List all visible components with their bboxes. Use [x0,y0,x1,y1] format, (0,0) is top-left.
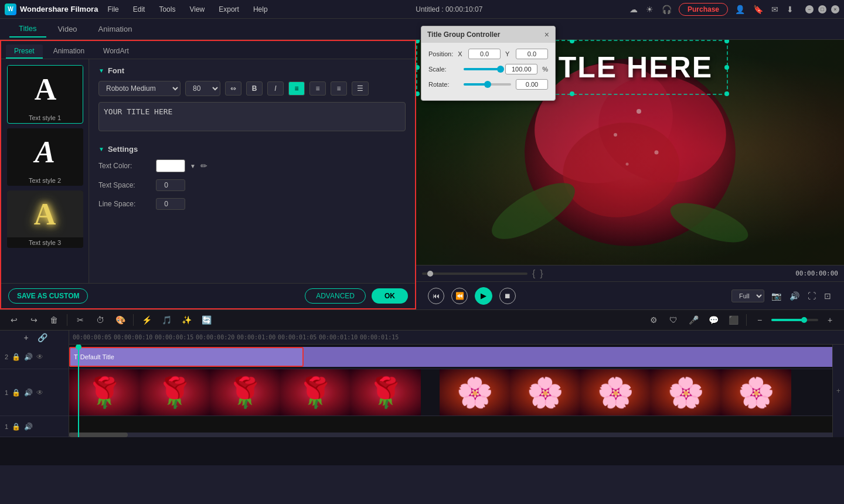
menu-export[interactable]: Export [216,4,241,15]
tgc-rotate-thumb[interactable] [484,81,491,88]
line-space-input[interactable] [156,198,185,210]
tgc-scale-slider[interactable] [464,68,501,70]
text-spacing-btn[interactable]: ⇔ [225,81,241,96]
scrollbar-thumb[interactable] [69,433,128,437]
align-right-btn[interactable]: ≡ [331,81,347,96]
tgc-close-button[interactable]: × [544,30,549,39]
audio-track-mute[interactable]: 🔊 [24,423,33,431]
menu-tools[interactable]: Tools [156,4,178,15]
delete-button[interactable]: 🗑 [46,312,62,328]
volume-btn[interactable]: 🔊 [788,290,801,302]
tgc-title: Title Group Controller [427,30,500,39]
video-track1-eye[interactable]: 👁 [36,389,43,397]
audio-track-lock[interactable]: 🔒 [12,423,21,431]
menu-edit[interactable]: Edit [131,4,148,15]
track-link-button[interactable]: 🔗 [37,332,49,343]
fullscreen-btn[interactable]: ⛶ [806,290,817,302]
bookmark-icon[interactable]: 🔖 [752,4,764,15]
add-track-button[interactable]: + [21,332,32,343]
tgc-scale-input[interactable] [505,64,537,74]
speed-button[interactable]: ⏱ [92,312,108,328]
tab-titles[interactable]: Titles [9,21,46,38]
font-size-select[interactable]: 80 [185,81,220,96]
redo-button[interactable]: ↪ [26,312,42,328]
audio-button[interactable]: 🎵 [158,312,175,328]
text-space-input[interactable] [156,179,185,191]
insert-button[interactable]: ⬛ [725,312,741,328]
title-track-mute[interactable]: 🔊 [24,353,33,361]
text-color-swatch[interactable] [156,159,185,172]
ruler-mark-4: 00:00:01:00 [234,334,275,340]
tgc-rotate-input[interactable] [516,79,548,90]
preview-progress-bar[interactable] [422,273,528,275]
align-left-btn[interactable]: ≡ [288,81,305,96]
font-family-select[interactable]: Roboto Medium [98,81,181,96]
panel-tab-wordart[interactable]: WordArt [95,45,137,59]
italic-btn[interactable]: I [267,81,284,96]
tgc-scale-thumb[interactable] [497,66,504,73]
skip-back-button[interactable]: ⏮ [428,288,444,304]
screenshot-btn[interactable]: 📷 [770,290,782,302]
quality-select[interactable]: Full 1/2 1/4 [731,290,764,302]
user-icon[interactable]: 👤 [734,4,746,15]
tab-animation[interactable]: Animation [89,21,142,37]
style-item-3[interactable]: A Text style 3 [7,190,83,248]
play-button[interactable]: ▶ [475,287,492,305]
sun-icon[interactable]: ☀ [645,4,655,15]
save-custom-button[interactable]: SAVE AS CUSTOM [8,288,88,304]
tgc-x-input[interactable] [468,49,501,59]
tgc-rotate-slider[interactable] [464,83,511,86]
shield-button[interactable]: 🛡 [665,312,682,328]
title-text-input[interactable]: YOUR TITLE HERE [98,102,406,131]
bold-btn[interactable]: B [246,81,263,96]
maximize-button[interactable]: □ [818,5,826,13]
align-center-btn[interactable]: ≡ [309,81,326,96]
style-item-2[interactable]: A Text style 2 [7,128,83,186]
menu-file[interactable]: File [105,4,121,15]
title-track-lock[interactable]: 🔒 [12,353,21,361]
video-track1-mute[interactable]: 🔊 [24,389,33,397]
minimize-button[interactable]: − [805,5,814,13]
video-track1-lock[interactable]: 🔒 [12,389,21,397]
tab-video[interactable]: Video [49,21,87,37]
panel-tab-animation[interactable]: Animation [45,45,93,59]
video-clip-2[interactable]: 🖼 pexels-pixabay-60597 [440,369,844,416]
eyedropper-button[interactable]: ✏ [200,161,207,171]
settings-button[interactable]: ⚙ [645,312,662,328]
panel-tab-preset[interactable]: Preset [6,45,43,59]
title-track-eye[interactable]: 👁 [36,353,43,361]
justify-btn[interactable]: ☰ [352,81,369,96]
menu-view[interactable]: View [187,4,207,15]
pip-btn[interactable]: ⊡ [823,290,832,302]
download-icon[interactable]: ⬇ [785,4,795,15]
tgc-y-input[interactable] [516,49,548,59]
transition-button[interactable]: 🔄 [198,312,215,328]
stop-button[interactable]: ⏹ [499,288,516,304]
zoom-out-button[interactable]: − [751,312,768,328]
undo-button[interactable]: ↩ [6,312,22,328]
close-button[interactable]: × [831,5,839,13]
title-clip[interactable]: T Default Title [69,347,304,367]
menu-help[interactable]: Help [251,4,270,15]
color-dropdown-icon[interactable]: ▼ [190,163,196,169]
corner-bc [570,91,574,96]
mail-icon[interactable]: ✉ [770,4,780,15]
add-track-button[interactable]: + [832,345,844,437]
cut-button[interactable]: ✂ [72,312,89,328]
color-button[interactable]: 🎨 [112,312,128,328]
timeline-scrollbar[interactable] [69,433,844,437]
ok-button[interactable]: OK [372,288,408,304]
subtitle-button[interactable]: 💬 [705,312,722,328]
purchase-button[interactable]: Purchase [679,3,728,16]
zoom-slider[interactable] [771,319,818,321]
zoom-in-button[interactable]: + [822,312,838,328]
mic-button[interactable]: 🎤 [685,312,702,328]
effect-button[interactable]: ✨ [178,312,195,328]
step-back-button[interactable]: ⏪ [451,288,468,304]
video-clip-1[interactable]: 🖼 pexels-pixabay-56866 [69,369,438,416]
advanced-button[interactable]: ADVANCED [305,288,366,304]
split-button[interactable]: ⚡ [138,312,155,328]
style-item-1[interactable]: A Text style 1 [7,65,83,124]
headset-icon[interactable]: 🎧 [661,4,673,15]
cloud-icon[interactable]: ☁ [628,4,639,15]
